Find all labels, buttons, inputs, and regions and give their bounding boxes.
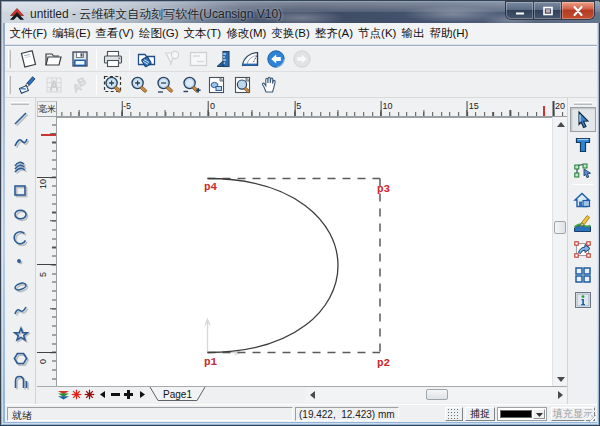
pan-button[interactable] bbox=[256, 73, 282, 97]
menu-item-2[interactable]: 编辑(E) bbox=[50, 24, 93, 43]
layers-icon bbox=[57, 389, 70, 400]
scroll-left-button[interactable] bbox=[305, 388, 319, 402]
redo-button[interactable] bbox=[289, 47, 315, 71]
arch-text-button[interactable] bbox=[8, 371, 34, 395]
polygon-button[interactable] bbox=[8, 347, 34, 371]
toolbar-separator bbox=[129, 49, 130, 69]
zoom-objects-icon bbox=[207, 75, 228, 95]
open-button[interactable] bbox=[41, 47, 67, 71]
balloon-button[interactable] bbox=[159, 47, 185, 71]
show-selected-button[interactable] bbox=[83, 388, 96, 401]
wireframe-text-button[interactable]: A bbox=[41, 73, 67, 97]
horizontal-ruler[interactable]: -505101520 bbox=[57, 101, 567, 117]
zoom-out-button[interactable] bbox=[152, 73, 178, 97]
toolbar-view-row: AAB bbox=[5, 72, 597, 97]
point-button[interactable] bbox=[8, 251, 34, 275]
minimize-button[interactable] bbox=[506, 2, 534, 19]
export-shape-button[interactable] bbox=[570, 237, 596, 262]
object-info-button[interactable] bbox=[570, 287, 596, 312]
caption-button-group bbox=[506, 2, 594, 19]
point-icon bbox=[11, 253, 31, 273]
line-button[interactable] bbox=[8, 107, 34, 131]
new-button[interactable] bbox=[15, 47, 41, 71]
menu-item-9[interactable]: 节点(K) bbox=[356, 24, 399, 43]
drawing-canvas[interactable]: p1p2p3p4 bbox=[57, 117, 552, 386]
zoom-window-button[interactable] bbox=[100, 73, 126, 97]
star-button[interactable] bbox=[8, 323, 34, 347]
rotate-text-button[interactable]: AB bbox=[67, 73, 93, 97]
horizontal-scroll-thumb[interactable] bbox=[426, 389, 448, 400]
horizontal-scrollbar[interactable] bbox=[305, 388, 567, 402]
rectangle-button[interactable] bbox=[8, 179, 34, 203]
name-card-button[interactable] bbox=[185, 47, 211, 71]
arc-curve bbox=[208, 179, 339, 353]
node-edit-button[interactable] bbox=[570, 157, 596, 182]
toolbar-grip[interactable] bbox=[8, 76, 11, 94]
arc-button[interactable] bbox=[8, 227, 34, 251]
page-setup-button[interactable] bbox=[570, 187, 596, 212]
zoom-objects-button[interactable] bbox=[204, 73, 230, 97]
scroll-up-button[interactable] bbox=[553, 117, 568, 131]
save-button[interactable] bbox=[67, 47, 93, 71]
zoom-in-button[interactable] bbox=[126, 73, 152, 97]
toolbar-grip[interactable] bbox=[8, 50, 11, 68]
right-tool-buttons bbox=[568, 107, 597, 312]
draw-tool-buttons bbox=[5, 107, 35, 395]
add-page-button[interactable] bbox=[122, 388, 135, 401]
left-arrow-icon bbox=[310, 391, 315, 399]
vertical-scrollbar[interactable] bbox=[552, 117, 567, 386]
close-button[interactable] bbox=[562, 2, 594, 19]
menu-item-8[interactable]: 整齐(A) bbox=[312, 24, 355, 43]
snap-grid-button[interactable] bbox=[445, 407, 463, 421]
vertical-ruler[interactable]: 1050 bbox=[37, 117, 57, 386]
scroll-right-button[interactable] bbox=[553, 388, 567, 402]
sun-red-icon bbox=[71, 389, 82, 400]
undo-button[interactable] bbox=[263, 47, 289, 71]
import-template-button[interactable] bbox=[133, 47, 159, 71]
engrave-tool-button[interactable] bbox=[15, 73, 41, 97]
show-all-button[interactable] bbox=[70, 388, 83, 401]
current-color-swatch bbox=[500, 410, 532, 418]
toolbar-grip[interactable] bbox=[11, 102, 29, 105]
measure-ruler-button[interactable] bbox=[211, 47, 237, 71]
protractor-button[interactable] bbox=[237, 47, 263, 71]
vertical-scroll-thumb[interactable] bbox=[554, 221, 566, 234]
menu-item-5[interactable]: 文本(T) bbox=[181, 24, 224, 43]
next-page-button[interactable] bbox=[135, 388, 148, 401]
text-button[interactable] bbox=[570, 132, 596, 157]
curve-button[interactable] bbox=[8, 131, 34, 155]
menu-item-10[interactable]: 输出 bbox=[399, 24, 427, 43]
v-ruler-label: 0 bbox=[38, 359, 48, 364]
ellipse-button[interactable] bbox=[8, 203, 34, 227]
tile-button[interactable] bbox=[570, 262, 596, 287]
snap-button[interactable]: 捕捉 bbox=[465, 407, 495, 421]
select-button[interactable] bbox=[570, 107, 596, 132]
menu-item-3[interactable]: 查看(V) bbox=[93, 24, 136, 43]
menu-item-4[interactable]: 绘图(G) bbox=[136, 24, 181, 43]
prev-page-button[interactable] bbox=[96, 388, 109, 401]
freehand-button[interactable] bbox=[8, 299, 34, 323]
polyline-button[interactable] bbox=[8, 155, 34, 179]
scroll-down-button[interactable] bbox=[553, 372, 568, 386]
color-dropdown[interactable] bbox=[497, 407, 547, 421]
menu-item-11[interactable]: 帮助(H) bbox=[427, 24, 471, 43]
v-ruler-label: 10 bbox=[38, 179, 48, 189]
oval-button[interactable] bbox=[8, 275, 34, 299]
color-dropdown-button[interactable] bbox=[533, 409, 545, 419]
up-arrow-icon bbox=[557, 122, 565, 127]
ruler-cursor-y-mark bbox=[41, 134, 57, 136]
menu-item-7[interactable]: 变换(B) bbox=[269, 24, 312, 43]
zoom-dynamic-button[interactable] bbox=[178, 73, 204, 97]
zoom-page-button[interactable] bbox=[230, 73, 256, 97]
layer-manager-button[interactable] bbox=[57, 388, 70, 401]
engrave-output-button[interactable] bbox=[570, 212, 596, 237]
ruler-unit-label: 毫米 bbox=[37, 101, 57, 117]
print-button[interactable] bbox=[100, 47, 126, 71]
maximize-button[interactable] bbox=[534, 2, 562, 19]
window-title: untitled - 云维碑文自动刻写软件(Ucansign V10) bbox=[30, 6, 282, 23]
menu-item-6[interactable]: 修改(M) bbox=[224, 24, 269, 43]
menu-item-1[interactable]: 文件(F) bbox=[7, 24, 50, 43]
delete-page-button[interactable] bbox=[109, 388, 122, 401]
toolbar-grip[interactable] bbox=[574, 102, 592, 105]
page-tab[interactable]: Page1 bbox=[149, 387, 207, 402]
